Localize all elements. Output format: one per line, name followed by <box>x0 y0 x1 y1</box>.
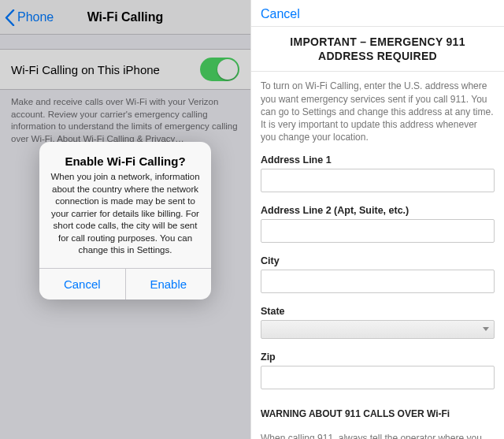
settings-screen: Phone Wi-Fi Calling Wi-Fi Calling on Thi… <box>0 0 251 439</box>
state-label: State <box>261 306 495 317</box>
alert-enable-button[interactable]: Enable <box>125 269 212 299</box>
enable-alert: Enable Wi-Fi Calling? When you join a ne… <box>39 142 211 299</box>
city-label: City <box>261 255 495 266</box>
e911-form-screen: Cancel IMPORTANT – EMERGENCY 911 ADDRESS… <box>251 0 504 439</box>
form-title: IMPORTANT – EMERGENCY 911 ADDRESS REQUIR… <box>262 35 493 63</box>
city-input[interactable] <box>261 270 495 293</box>
addr2-label: Address Line 2 (Apt, Suite, etc.) <box>261 205 495 216</box>
form-cancel-button[interactable]: Cancel <box>261 7 300 20</box>
addr1-input[interactable] <box>261 169 495 192</box>
addr1-label: Address Line 1 <box>261 154 495 166</box>
warning-heading: WARNING ABOUT 911 CALLS OVER Wi-Fi <box>261 408 495 419</box>
addr2-input[interactable] <box>261 219 495 243</box>
form-intro: To turn on Wi-Fi Calling, enter the U.S.… <box>261 80 495 143</box>
zip-label: Zip <box>261 352 495 363</box>
alert-title: Enable Wi-Fi Calling? <box>50 154 200 168</box>
alert-cancel-button[interactable]: Cancel <box>39 269 125 299</box>
state-select[interactable] <box>261 320 495 339</box>
warning-text: When calling 911, always tell the operat… <box>261 432 495 439</box>
screenshot-pair: Phone Wi-Fi Calling Wi-Fi Calling on Thi… <box>0 0 504 439</box>
zip-input[interactable] <box>261 366 495 389</box>
alert-message: When you join a network, information abo… <box>50 171 200 257</box>
